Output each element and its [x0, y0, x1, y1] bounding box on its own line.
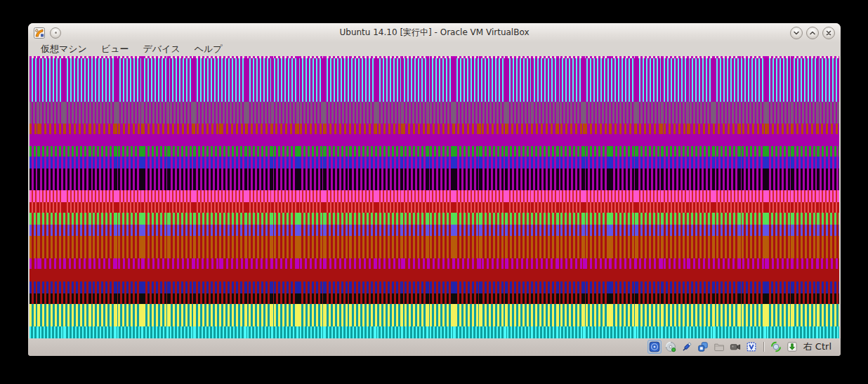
titlebar-left — [34, 27, 160, 39]
close-icon — [824, 29, 833, 37]
vm-screen-band — [29, 258, 839, 269]
chevron-down-icon — [792, 29, 801, 37]
vm-screen-band — [29, 282, 839, 293]
menubar: 仮想マシンビューデバイスヘルプ — [28, 42, 841, 56]
hard-disk-icon — [649, 341, 660, 352]
titlebar-right — [709, 27, 835, 39]
vm-screen-band — [29, 190, 839, 202]
shared-folders-indicator[interactable] — [713, 340, 725, 353]
chevron-up-icon — [808, 29, 817, 37]
hard-disk-indicator[interactable] — [648, 340, 661, 353]
menu-item-1[interactable]: ビュー — [94, 42, 136, 56]
statusbar: 右 Ctrl — [28, 338, 841, 356]
menu-item-2[interactable]: デバイス — [136, 42, 188, 56]
vm-screen-band — [29, 58, 839, 102]
vt-features-chip-icon — [746, 341, 757, 352]
minimize-button[interactable] — [790, 27, 803, 39]
keyboard-capture-indicator[interactable] — [786, 340, 798, 353]
menu-item-3[interactable]: ヘルプ — [188, 42, 230, 56]
optical-disc-indicator[interactable] — [664, 340, 677, 353]
vm-screen-band — [29, 124, 839, 134]
vm-screen-band — [29, 202, 839, 213]
mouse-integration-indicator[interactable] — [770, 340, 782, 353]
usb-devices-icon — [697, 341, 709, 352]
vm-screen-band — [29, 134, 839, 146]
features-indicator[interactable] — [745, 340, 758, 353]
menu-item-0[interactable]: 仮想マシン — [34, 42, 94, 56]
vm-screen-band — [29, 157, 839, 168]
vm-screen-band — [29, 213, 839, 225]
close-button[interactable] — [822, 27, 835, 39]
shared-folders-icon — [714, 341, 725, 352]
window-menu-button[interactable] — [50, 27, 61, 39]
video-capture-indicator[interactable] — [729, 340, 742, 353]
network-indicator[interactable] — [680, 340, 693, 353]
vm-screen-band — [29, 225, 839, 236]
vm-screen-band — [29, 236, 839, 258]
vm-screen-band — [29, 146, 839, 157]
vm-screen-band — [29, 102, 839, 124]
vm-screen-band — [29, 326, 839, 338]
statusbar-separator — [763, 342, 764, 352]
virtualbox-window: Ubuntu 14.10 [実行中] - Oracle VM VirtualBo… — [28, 23, 841, 356]
video-capture-icon — [730, 341, 741, 352]
vm-screen-band — [29, 168, 839, 190]
mouse-integration-icon — [770, 341, 782, 352]
vm-screen-band — [29, 269, 839, 282]
maximize-button[interactable] — [806, 27, 819, 39]
host-key-label: 右 Ctrl — [803, 340, 831, 353]
network-plug-icon — [681, 341, 692, 352]
desktop-background: Ubuntu 14.10 [実行中] - Oracle VM VirtualBo… — [0, 0, 868, 384]
keyboard-capture-icon — [787, 341, 798, 352]
virtualbox-app-icon — [34, 27, 45, 39]
vm-screen[interactable] — [29, 56, 839, 338]
titlebar[interactable]: Ubuntu 14.10 [実行中] - Oracle VM VirtualBo… — [28, 23, 841, 42]
vm-screen-band — [29, 293, 839, 304]
optical-disc-icon — [665, 341, 676, 352]
window-title: Ubuntu 14.10 [実行中] - Oracle VM VirtualBo… — [160, 27, 709, 39]
window-menu-dot-icon — [55, 32, 57, 34]
vm-screen-band — [29, 304, 839, 326]
usb-indicator[interactable] — [697, 340, 709, 353]
